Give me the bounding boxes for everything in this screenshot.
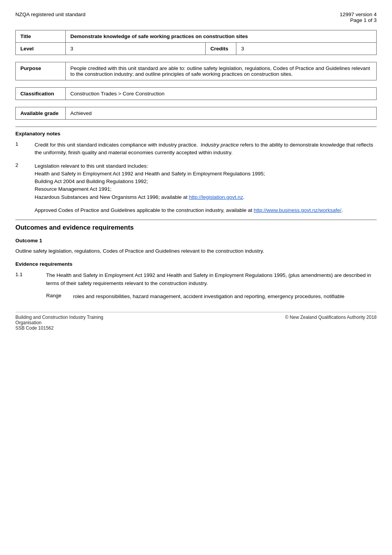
grade-row: Available grade Achieved [16,107,377,120]
footer-org-line2: Organisation [15,320,103,325]
footer-right: © New Zealand Qualifications Authority 2… [285,315,377,331]
page-footer: Building and Construction Industry Train… [15,312,377,331]
note-text-1: Credit for this unit standard indicates … [35,141,377,157]
range-text: roles and responsibilities, hazard manag… [73,293,344,300]
page-label: Page 1 of 3 [340,17,377,23]
note-item-2: 2 Legislation relevant to this unit stan… [15,162,377,201]
note-subparagraph: Approved Codes of Practice and Guideline… [35,207,377,214]
note-item-1: 1 Credit for this unit standard indicate… [15,141,377,157]
note-text-2: Legislation relevant to this unit standa… [35,162,265,201]
range-label: Range [46,293,73,300]
page-header: NZQA registered unit standard 12997 vers… [15,12,377,23]
classification-value: Construction Trades > Core Construction [66,88,377,100]
range-row-1-1: Range roles and responsibilities, hazard… [46,293,377,300]
footer-org-line1: Building and Construction Industry Train… [15,315,103,320]
available-grade-value: Achieved [66,107,377,120]
purpose-value: People credited with this unit standard … [66,62,377,80]
classification-row: Classification Construction Trades > Cor… [16,88,377,100]
purpose-row: Purpose People credited with this unit s… [16,62,377,80]
title-value: Demonstrate knowledge of safe working pr… [66,30,377,43]
evidence-requirements-heading: Evidence requirements [15,261,377,267]
purpose-table: Purpose People credited with this unit s… [15,62,377,80]
title-row: Title Demonstrate knowledge of safe work… [16,30,377,43]
grade-table: Available grade Achieved [15,107,377,120]
note-number-1: 1 [15,141,35,157]
worksafe-link[interactable]: http://www.business.govt.nz/worksafe/ [254,207,341,213]
classification-label: Classification [16,88,66,100]
available-grade-label: Available grade [16,107,66,120]
header-left: NZQA registered unit standard [15,12,85,23]
version-label: 12997 version 4 [340,12,377,17]
evidence-number-1-1: 1.1 [15,272,46,287]
evidence-text-1-1: The Health and Safety in Employment Act … [46,272,377,287]
credits-label: Credits [206,43,236,55]
outcome-1-heading: Outcome 1 [15,238,377,243]
footer-ssb: SSB Code 101562 [15,325,103,331]
level-credits-row: Level 3 Credits 3 [16,43,377,55]
explanatory-notes-heading: Explanatory notes [15,131,377,137]
purpose-label: Purpose [16,62,66,80]
header-right: 12997 version 4 Page 1 of 3 [340,12,377,23]
outcomes-heading: Outcomes and evidence requirements [15,220,377,232]
evidence-item-1-1: 1.1 The Health and Safety in Employment … [15,272,377,287]
classification-table: Classification Construction Trades > Cor… [15,87,377,100]
section-divider-1 [15,127,377,127]
level-value: 3 [66,43,206,55]
outcome-1-text: Outline safety legislation, regulations,… [15,247,377,255]
info-table: Title Demonstrate knowledge of safe work… [15,30,377,55]
legislation-link[interactable]: http://legislation.govt.nz [189,194,243,200]
title-label: Title [16,30,66,43]
note-number-2: 2 [15,162,35,201]
level-label: Level [16,43,66,55]
footer-left: Building and Construction Industry Train… [15,315,103,331]
credits-value: 3 [236,43,377,55]
registered-label: NZQA registered unit standard [15,12,85,17]
